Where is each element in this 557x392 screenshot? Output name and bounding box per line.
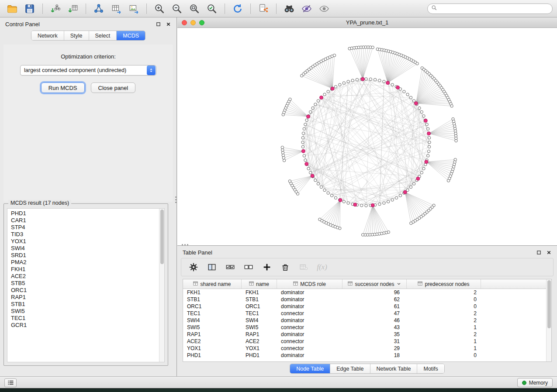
column-header-predecessor-nodes[interactable]: predecessor nodes [407, 279, 481, 289]
tab-network-table[interactable]: Network Table [370, 364, 418, 373]
mcds-node-item[interactable]: GCR1 [7, 322, 158, 329]
save-session-icon[interactable] [22, 2, 38, 16]
control-panel-title: Control Panel [5, 21, 40, 28]
table-row[interactable]: ORC1ORC1dominator610 [183, 303, 546, 310]
mcds-node-item[interactable]: PHD1 [7, 210, 158, 217]
tab-node-table[interactable]: Node Table [290, 364, 330, 373]
table-scrollbar[interactable] [546, 279, 551, 361]
table-cell: SWI5 [242, 324, 277, 330]
mcds-node-item[interactable]: SWI5 [7, 308, 158, 315]
tab-select[interactable]: Select [89, 31, 117, 40]
open-session-icon[interactable] [4, 2, 20, 16]
share-document-icon[interactable] [256, 2, 271, 16]
splitter-grip-vertical[interactable] [174, 194, 177, 205]
show-elements-icon[interactable] [316, 2, 332, 16]
table-row[interactable]: SWI4SWI4dominator462 [183, 317, 546, 324]
table-scrollbar-thumb[interactable] [547, 280, 551, 328]
table-row[interactable]: STB1STB1dominator620 [183, 296, 546, 303]
new-network-icon[interactable] [91, 2, 107, 16]
zoom-fit-icon[interactable] [187, 2, 202, 16]
table-cell: 43 [343, 324, 407, 330]
table-panel-title: Table Panel [183, 249, 212, 256]
refresh-icon[interactable] [230, 2, 246, 16]
search-network-icon[interactable] [281, 2, 297, 16]
column-label: name [256, 281, 269, 287]
table-cell: SWI4 [183, 317, 242, 323]
close-panel-icon[interactable] [165, 21, 171, 27]
table-row[interactable]: SWI5SWI5connector431 [183, 324, 546, 331]
hide-elements-icon[interactable] [299, 2, 315, 16]
column-label: MCDS role [300, 281, 326, 287]
zoom-selected-icon[interactable] [204, 2, 220, 16]
mcds-node-item[interactable]: STP4 [7, 224, 158, 231]
table-cell: 1 [407, 345, 481, 351]
mcds-node-item[interactable]: PMA2 [7, 259, 158, 266]
table-row[interactable]: TEC1TEC1connector472 [183, 310, 546, 317]
tab-edge-table[interactable]: Edge Table [330, 364, 370, 373]
table-row[interactable]: FKH1FKH1dominator962 [183, 289, 546, 296]
select-all-rows-icon[interactable] [224, 261, 236, 273]
table-panel-titlebar: Table Panel [177, 246, 557, 259]
delete-column-icon[interactable] [279, 261, 291, 273]
tab-motifs[interactable]: Motifs [417, 364, 444, 373]
mcds-node-item[interactable]: ORC1 [7, 287, 158, 294]
node-table: shared namenameMCDS rolesuccessor nodesp… [183, 279, 552, 362]
table-cell: 96 [343, 289, 407, 296]
mcds-node-item[interactable]: SWI4 [7, 245, 158, 252]
column-header-successor-nodes[interactable]: successor nodes [343, 279, 407, 289]
network-graph[interactable] [177, 28, 557, 245]
result-scrollbar[interactable] [159, 209, 164, 362]
tab-mcds[interactable]: MCDS [117, 31, 145, 40]
result-scrollbar-thumb[interactable] [160, 210, 164, 264]
mcds-node-item[interactable]: ACE2 [7, 273, 158, 280]
zoom-in-icon[interactable] [152, 2, 167, 16]
new-table-icon[interactable] [108, 2, 124, 16]
mcds-node-item[interactable]: STB5 [7, 280, 158, 287]
export-image-icon[interactable] [126, 2, 142, 16]
memory-button[interactable]: Memory [517, 378, 553, 387]
search-input[interactable] [439, 6, 549, 12]
table-row[interactable]: RAP1RAP1dominator352 [183, 331, 546, 338]
toolbar-separator [276, 3, 277, 14]
tab-style[interactable]: Style [64, 31, 89, 40]
splitter-grip-horizontal[interactable] [179, 243, 190, 246]
mcds-node-item[interactable]: RAP1 [7, 294, 158, 301]
float-table-panel-icon[interactable] [536, 249, 542, 255]
panel-menu-button[interactable] [4, 378, 17, 387]
network-canvas[interactable] [177, 28, 557, 245]
table-row[interactable]: YOX1YOX1connector291 [183, 345, 546, 352]
application-window: Control Panel NetworkStyleSelectMCDS Opt… [0, 0, 557, 389]
mcds-node-item[interactable]: YOX1 [7, 238, 158, 245]
mcds-node-item[interactable]: SRD1 [7, 252, 158, 259]
table-cell: 1 [407, 324, 481, 330]
run-mcds-button[interactable]: Run MCDS [41, 83, 85, 93]
table-row[interactable]: ACE2ACE2connector311 [183, 338, 546, 345]
mcds-node-item[interactable]: CAR1 [7, 217, 158, 224]
optimization-select[interactable]: largest connected component (undirected) [20, 65, 156, 76]
tab-network[interactable]: Network [31, 31, 64, 40]
mcds-node-item[interactable]: TID3 [7, 231, 158, 238]
deselect-all-rows-icon[interactable] [242, 261, 255, 273]
close-table-panel-icon[interactable] [546, 249, 552, 255]
zoom-out-icon[interactable] [169, 2, 185, 16]
column-header-shared-name[interactable]: shared name [183, 279, 242, 289]
add-column-icon[interactable] [261, 261, 273, 273]
mcds-node-item[interactable]: STB1 [7, 301, 158, 308]
import-network-icon[interactable] [48, 2, 63, 16]
close-panel-button[interactable]: Close panel [91, 83, 136, 93]
float-panel-icon[interactable] [155, 21, 161, 27]
mcds-result-group: MCDS result (17 nodes) PHD1CAR1STP4TID3Y… [3, 203, 168, 366]
column-header-mcds-role[interactable]: MCDS role [277, 279, 343, 289]
table-settings-icon[interactable] [187, 261, 200, 273]
mcds-node-item[interactable]: TEC1 [7, 315, 158, 322]
network-titlebar: YPA_prune.txt_1 [177, 17, 557, 28]
mcds-node-item[interactable]: FKH1 [7, 266, 158, 273]
table-cell: SWI5 [183, 324, 242, 330]
column-header-name[interactable]: name [242, 279, 277, 289]
import-table-icon[interactable] [65, 2, 81, 16]
column-visibility-icon[interactable] [206, 261, 218, 273]
table-cell: connector [277, 324, 343, 330]
search-box[interactable] [427, 3, 553, 14]
table-row[interactable]: PHD1PHD1dominator180 [183, 352, 546, 359]
table-cell: 62 [343, 296, 407, 303]
